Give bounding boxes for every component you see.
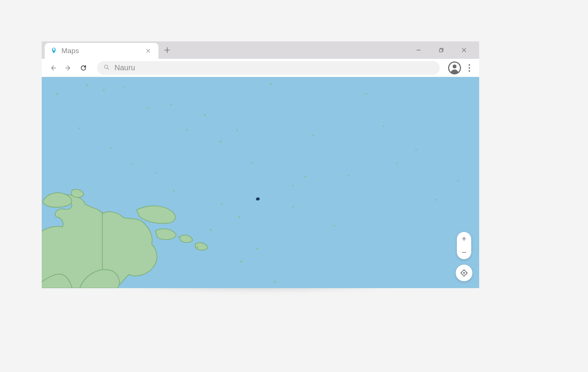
map-pin-icon	[50, 47, 58, 55]
zoom-out-button[interactable]	[457, 246, 471, 259]
forward-button[interactable]	[63, 63, 74, 73]
map-islet	[237, 130, 238, 131]
new-tab-button[interactable]	[158, 41, 176, 59]
back-button[interactable]	[48, 63, 58, 73]
reload-button[interactable]	[78, 63, 89, 73]
map-islet	[186, 129, 188, 131]
svg-point-5	[453, 64, 456, 68]
map-islet	[220, 141, 222, 142]
map-islet	[147, 107, 148, 108]
map-islet	[221, 204, 223, 205]
map-viewport[interactable]	[42, 77, 479, 288]
svg-rect-2	[439, 49, 442, 52]
map-islet	[383, 126, 384, 127]
window-maximize-button[interactable]	[437, 46, 446, 55]
tab-bar: Maps	[42, 41, 479, 59]
search-icon	[103, 64, 110, 72]
map-islet	[305, 176, 306, 178]
map-islet	[270, 83, 272, 84]
svg-point-7	[463, 272, 465, 274]
browser-toolbar	[42, 59, 479, 77]
svg-point-0	[53, 49, 55, 50]
tab-active[interactable]: Maps	[45, 43, 158, 59]
zoom-in-button[interactable]	[457, 232, 471, 246]
window-close-button[interactable]	[459, 46, 469, 55]
my-location-button[interactable]	[456, 265, 472, 281]
map-islet	[274, 281, 276, 282]
map-islet	[416, 149, 417, 150]
tab-title: Maps	[61, 47, 79, 55]
window-controls	[414, 41, 476, 59]
map-controls	[456, 232, 472, 281]
tab-close-button[interactable]	[144, 47, 152, 55]
window-minimize-button[interactable]	[414, 46, 423, 55]
map-islet	[397, 162, 398, 164]
address-input[interactable]	[114, 63, 434, 73]
map-landmass	[42, 77, 479, 288]
address-bar[interactable]	[97, 61, 440, 75]
zoom-control	[457, 232, 471, 259]
profile-avatar[interactable]	[448, 61, 461, 74]
map-islet	[204, 114, 206, 116]
browser-window: Maps	[42, 41, 479, 288]
map-islet	[348, 175, 349, 176]
map-islet	[86, 84, 88, 86]
map-islet	[240, 261, 242, 262]
map-islet	[177, 236, 179, 238]
overflow-menu-button[interactable]	[466, 63, 473, 73]
map-islet	[132, 163, 133, 164]
